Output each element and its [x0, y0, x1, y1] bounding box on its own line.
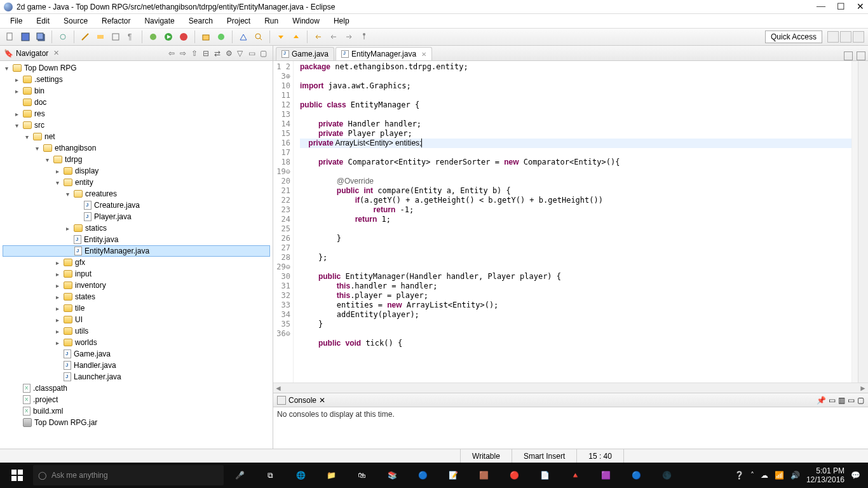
- open-type-button[interactable]: [237, 30, 250, 43]
- file-row[interactable]: .classpath: [3, 383, 270, 394]
- overview-ruler[interactable]: [851, 61, 858, 383]
- forward-button[interactable]: [342, 30, 355, 43]
- folder-row[interactable]: ▸gfx: [3, 257, 270, 268]
- close-button[interactable]: ✕: [857, 1, 864, 12]
- volume-icon[interactable]: 🔊: [790, 471, 800, 480]
- menu-edit[interactable]: Edit: [30, 15, 56, 27]
- file-row[interactable]: Entity.java: [3, 234, 270, 245]
- taskbar-skype[interactable]: 🔵: [621, 463, 651, 488]
- filter-icon[interactable]: ⚙: [226, 49, 234, 58]
- debug-perspective-button[interactable]: [853, 31, 864, 43]
- maximize-editor-icon[interactable]: [857, 51, 865, 60]
- folder-row[interactable]: ▸utils: [3, 325, 270, 337]
- scroll-left-icon[interactable]: ◄: [273, 384, 283, 393]
- save-all-button[interactable]: [34, 30, 47, 43]
- folder-row[interactable]: ▾ethangibson: [3, 142, 270, 154]
- quick-access[interactable]: Quick Access: [765, 30, 822, 43]
- menu-window[interactable]: Window: [286, 15, 326, 27]
- notifications-icon[interactable]: 💬: [851, 471, 860, 480]
- folder-row[interactable]: ▾src: [3, 119, 270, 131]
- debug-button[interactable]: [147, 30, 159, 43]
- project-row[interactable]: ▾Top Down RPG: [3, 62, 270, 74]
- file-row-selected[interactable]: EntityManager.java: [3, 245, 270, 257]
- save-button[interactable]: [19, 30, 32, 43]
- line-gutter[interactable]: 1 2 3⊕ 10 11 12 13 14 15 16 17 18 19⊖ 20…: [273, 61, 294, 383]
- minimize-editor-icon[interactable]: [844, 51, 853, 60]
- folder-row[interactable]: ▸input: [3, 268, 270, 280]
- close-tab-icon[interactable]: ✕: [421, 51, 426, 58]
- prev-annotation-button[interactable]: [290, 30, 302, 43]
- folder-row[interactable]: ▾creatures: [3, 188, 270, 200]
- folder-row[interactable]: ▸display: [3, 165, 270, 177]
- wand-button[interactable]: [79, 30, 92, 43]
- editor-tab-entitymanager[interactable]: EntityManager.java✕: [336, 47, 432, 60]
- file-row[interactable]: .project: [3, 394, 270, 405]
- clock[interactable]: 5:01 PM 12/13/2016: [806, 466, 844, 484]
- pin-console-icon[interactable]: 📌: [817, 396, 826, 405]
- show-whitespace-button[interactable]: ¶: [125, 30, 137, 43]
- minimize-button[interactable]: —: [817, 1, 825, 12]
- folder-row[interactable]: ▸worlds: [3, 337, 270, 348]
- folder-row[interactable]: doc: [3, 97, 270, 108]
- back-button[interactable]: [327, 30, 340, 43]
- cortana-mic-button[interactable]: 🎤: [225, 463, 254, 488]
- open-perspective-button[interactable]: [827, 31, 839, 43]
- menu-project[interactable]: Project: [220, 15, 257, 27]
- editor-tab-game[interactable]: Game.java: [276, 47, 334, 60]
- collapse-all-icon[interactable]: ⊟: [203, 49, 212, 58]
- maximize-console-icon[interactable]: ▢: [857, 396, 864, 405]
- view-menu-icon[interactable]: ▽: [237, 49, 246, 58]
- taskbar-edge[interactable]: 🌐: [286, 463, 315, 488]
- maximize-view-icon[interactable]: ▢: [260, 49, 269, 58]
- folder-row[interactable]: ▸.settings: [3, 74, 270, 85]
- folder-row[interactable]: ▸res: [3, 108, 270, 119]
- menu-refactor[interactable]: Refactor: [95, 15, 137, 27]
- close-icon[interactable]: ✕: [319, 396, 325, 405]
- java-perspective-button[interactable]: [840, 31, 851, 43]
- forward-history-icon[interactable]: ⇨: [180, 49, 189, 58]
- vertical-scrollbar[interactable]: [858, 61, 868, 383]
- file-row[interactable]: Handler.java: [3, 360, 270, 371]
- taskbar-winrar[interactable]: 📚: [377, 463, 407, 488]
- taskbar-minecraft[interactable]: 🟫: [469, 463, 498, 488]
- new-package-button[interactable]: [200, 30, 212, 43]
- help-icon[interactable]: ❔: [735, 471, 744, 480]
- run-button[interactable]: [162, 30, 175, 43]
- cloud-icon[interactable]: ☁: [761, 471, 768, 480]
- minimize-view-icon[interactable]: ▭: [248, 49, 257, 58]
- folder-row[interactable]: ▸tile: [3, 302, 270, 314]
- horizontal-scrollbar[interactable]: ◄ ►: [273, 383, 868, 393]
- taskbar-word[interactable]: 📝: [438, 463, 468, 488]
- taskbar-eclipse[interactable]: 🌑: [652, 463, 681, 488]
- next-annotation-button[interactable]: [275, 30, 287, 43]
- navigator-tree[interactable]: ▾Top Down RPG ▸.settings ▸bin doc ▸res ▾…: [0, 61, 273, 449]
- code-content[interactable]: package net.ethangibson.tdrpg.entity; im…: [300, 61, 851, 383]
- start-button[interactable]: [3, 463, 32, 488]
- toggle-highlight-button[interactable]: [94, 30, 107, 43]
- menu-file[interactable]: File: [4, 15, 29, 27]
- folder-row[interactable]: ▾net: [3, 131, 270, 142]
- file-row[interactable]: Player.java: [3, 211, 270, 222]
- folder-row[interactable]: ▸states: [3, 291, 270, 302]
- task-view-button[interactable]: ⧉: [255, 463, 285, 488]
- display-console-icon[interactable]: ▭: [829, 396, 836, 405]
- cortana-search[interactable]: ◯ Ask me anything: [33, 465, 224, 485]
- folder-row[interactable]: ▸bin: [3, 85, 270, 97]
- search-button[interactable]: [252, 30, 265, 43]
- scroll-right-icon[interactable]: ►: [858, 384, 868, 393]
- taskbar-explorer[interactable]: 📁: [316, 463, 346, 488]
- close-icon[interactable]: ✕: [53, 49, 59, 57]
- block-select-button[interactable]: [109, 30, 122, 43]
- folder-row[interactable]: ▸UI: [3, 314, 270, 325]
- last-edit-button[interactable]: [312, 30, 325, 43]
- code-editor[interactable]: 1 2 3⊕ 10 11 12 13 14 15 16 17 18 19⊖ 20…: [273, 61, 868, 383]
- folder-row[interactable]: ▸inventory: [3, 280, 270, 291]
- skip-breakpoints-button[interactable]: [57, 30, 69, 43]
- minimize-console-icon[interactable]: ▭: [848, 396, 855, 405]
- taskbar-app2[interactable]: 🟪: [591, 463, 620, 488]
- file-row[interactable]: Top Down RPG.jar: [3, 417, 270, 428]
- pin-button[interactable]: [358, 30, 370, 43]
- tray-up-icon[interactable]: ˄: [750, 471, 754, 480]
- back-history-icon[interactable]: ⇦: [168, 49, 177, 58]
- link-editor-icon[interactable]: ⇄: [214, 49, 223, 58]
